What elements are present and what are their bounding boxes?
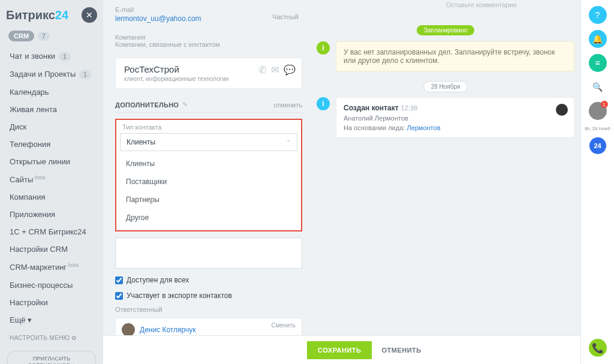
nav-item[interactable]: Чат и звонки1 [0,47,103,65]
private-label: Частный [272,13,299,20]
bell-icon[interactable]: 🔔 [589,30,607,48]
chat-icon[interactable]: 💬 [284,64,296,76]
close-icon[interactable]: ✕ [82,7,97,23]
contact-type-field: Тип контакта Клиенты⌃ КлиентыПоставщикиП… [115,119,302,231]
call-icon[interactable]: 📞 [589,339,607,357]
nav-item[interactable]: Настройки CRM [0,240,103,258]
nav-item[interactable]: Диск [0,118,103,136]
search-icon[interactable]: 🔍 [589,78,607,96]
nav-item[interactable]: 1С + CRM Битрикс24 [0,223,103,240]
nav-item[interactable]: Компания [0,188,103,206]
messages-icon[interactable]: ≡ [589,54,607,72]
contact-type-select[interactable]: Клиенты⌃ [120,133,297,151]
chk-public[interactable]: Доступен для всех [115,276,302,284]
date-pill: 28 Ноября [423,81,468,92]
mail-icon[interactable]: ✉ [271,64,279,76]
settings-menu[interactable]: НАСТРОИТЬ МЕНЮ ⚙ [0,329,103,347]
nav-item[interactable]: Открытые линии [0,153,103,170]
edit-icon[interactable]: ✎ [182,101,188,109]
event-card: Создан контакт12:38 Анатолий Лермонтов Н… [336,97,574,138]
planned-badge: Запланировано [417,25,475,35]
logo: Битрикс24 [6,8,68,22]
select-option[interactable]: Клиенты [120,155,297,173]
footer: СОХРАНИТЬ ОТМЕНИТЬ [103,335,580,364]
company-sublabel: Компании, связанные с контактом [115,41,302,48]
company-card[interactable]: РосТехСтрой клиент, информационные техно… [115,58,302,89]
right-rail: ? 🔔 ≡ 🔍 1 Вт, 28 Нояб 24 📞 [580,0,614,364]
responsible-name[interactable]: Денис Котлярчук [140,326,196,334]
nav-item[interactable]: Бизнес-процессы [0,276,103,294]
invite-button[interactable]: ПРИГЛАСИТЬ СОТРУДНИКОВ + [7,351,96,364]
comment-placeholder[interactable]: Оставьте комментарии [317,0,574,13]
chevron-up-icon: ⌃ [286,139,291,146]
chk-export[interactable]: Участвует в экспорте контактов [115,291,302,300]
save-button[interactable]: СОХРАНИТЬ [307,341,372,359]
phone-icon[interactable]: ✆ [258,64,266,76]
avatar [122,323,135,336]
avatar[interactable]: 1 [589,102,607,120]
textarea[interactable] [115,237,302,269]
email-label: E-mail [115,6,302,13]
crm-badge[interactable]: CRM [8,31,34,41]
nav-item[interactable]: Календарь [0,83,103,101]
change-link[interactable]: Сменить [271,322,296,329]
cancel-link[interactable]: отменить [273,101,302,109]
lead-link[interactable]: Лермонтов [407,124,440,131]
cancel-button[interactable]: ОТМЕНИТЬ [381,347,421,354]
nav-item[interactable]: Приложения [0,206,103,223]
select-option[interactable]: Партнеры [120,191,297,209]
help-icon[interactable]: ? [589,6,607,24]
section-title: ДОПОЛНИТЕЛЬНО [115,101,179,109]
avatar [556,104,568,116]
nav-item[interactable]: Сайты beta [0,170,103,188]
sidebar: Битрикс24 ✕ CRM7 Чат и звонки1Задачи и П… [0,0,103,364]
nav-item[interactable]: Настройки [0,294,103,311]
nav-item[interactable]: Ещё ▾ [0,311,103,329]
bitrix-icon[interactable]: 24 [589,137,606,154]
rail-date: Вт, 28 Нояб [585,126,610,131]
company-label: Компания [115,34,302,41]
nav-item[interactable]: Задачи и Проекты1 [0,65,103,83]
nav-item[interactable]: CRM-маркетинг beta [0,258,103,276]
select-option[interactable]: Другое [120,209,297,227]
nav-item[interactable]: Телефония [0,136,103,153]
info-icon: i [317,97,330,110]
info-icon: i [317,41,330,55]
info-message: У вас нет запланированных дел. Запланиру… [336,41,574,71]
select-option[interactable]: Поставщики [120,173,297,191]
nav-item[interactable]: Живая лента [0,101,103,118]
